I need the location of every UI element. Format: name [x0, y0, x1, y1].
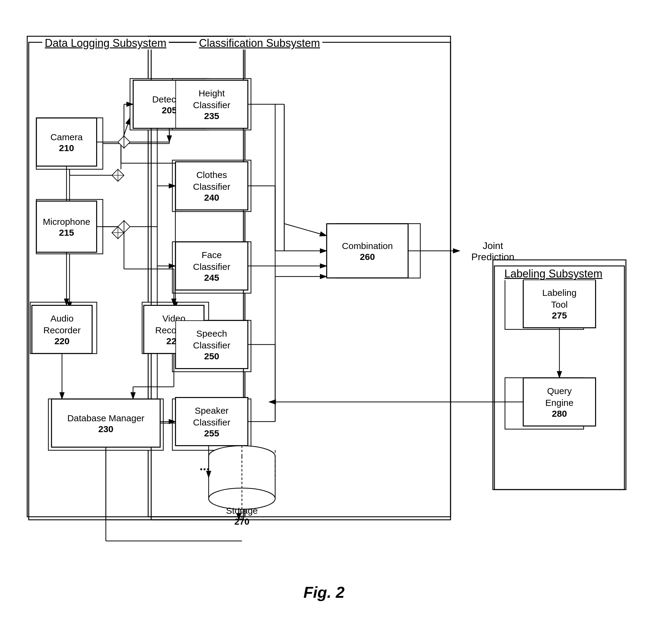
data-logging-label: Data Logging Subsystem: [42, 37, 169, 50]
joint-prediction-text: JointPrediction: [463, 240, 523, 262]
query-engine-number: 280: [552, 409, 567, 419]
camera-number: 210: [59, 143, 74, 153]
dots: ...: [200, 459, 210, 473]
height-classifier-box: HeightClassifier 235: [175, 80, 248, 128]
database-manager-box: Database Manager 230: [51, 399, 160, 447]
combination-label: Combination: [342, 240, 393, 252]
height-classifier-label: HeightClassifier: [193, 87, 230, 111]
speaker-classifier-label: SpeakerClassifier: [193, 405, 230, 428]
labeling-tool-number: 275: [552, 310, 567, 320]
fig-label: Fig. 2: [304, 583, 345, 601]
storage-label: Storage 270: [224, 505, 260, 527]
face-classifier-box: FaceClassifier 245: [175, 242, 248, 290]
microphone-number: 215: [59, 228, 74, 238]
audio-recorder-box: AudioRecorder 220: [32, 305, 92, 354]
query-engine-box: QueryEngine 280: [523, 378, 596, 426]
speech-classifier-box: SpeechClassifier 250: [175, 320, 248, 369]
svg-marker-63: [124, 136, 130, 148]
database-manager-label: Database Manager: [67, 412, 144, 424]
speech-classifier-label: SpeechClassifier: [193, 328, 230, 351]
height-classifier-number: 235: [204, 111, 219, 121]
microphone-label: Microphone: [43, 216, 91, 228]
camera-label: Camera: [51, 131, 83, 143]
clothes-classifier-number: 240: [204, 192, 219, 203]
svg-marker-76: [118, 221, 124, 233]
query-engine-label: QueryEngine: [545, 385, 573, 409]
camera-box: Camera 210: [36, 118, 97, 166]
audio-recorder-label: AudioRecorder: [43, 312, 80, 336]
microphone-box: Microphone 215: [36, 201, 97, 252]
combination-box: Combination 260: [327, 224, 408, 278]
speaker-classifier-number: 255: [204, 428, 219, 438]
speaker-classifier-box: SpeakerClassifier 255: [175, 397, 248, 446]
classification-label: Classification Subsystem: [197, 37, 322, 50]
svg-line-113: [284, 224, 327, 236]
labeling-label: Labeling Subsystem: [502, 268, 605, 280]
face-classifier-label: FaceClassifier: [193, 249, 230, 273]
detector-number: 205: [162, 105, 177, 115]
clothes-classifier-label: ClothesClassifier: [193, 169, 230, 192]
face-classifier-number: 245: [204, 273, 219, 283]
clothes-classifier-box: ClothesClassifier 240: [175, 162, 248, 210]
svg-marker-64: [118, 136, 124, 148]
combination-number: 260: [360, 252, 375, 262]
audio-recorder-number: 220: [54, 336, 69, 346]
labeling-tool-box: LabelingTool 275: [523, 280, 596, 328]
database-manager-number: 230: [98, 424, 113, 434]
svg-marker-75: [124, 221, 130, 233]
labeling-tool-label: LabelingTool: [542, 287, 576, 310]
speech-classifier-number: 250: [204, 351, 219, 361]
